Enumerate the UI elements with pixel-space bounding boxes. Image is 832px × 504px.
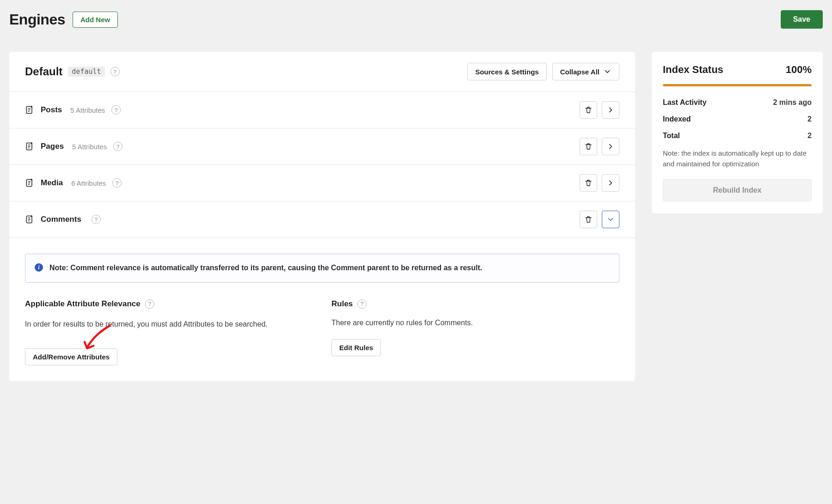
- document-icon: [25, 105, 34, 115]
- chevron-right-icon: [606, 106, 615, 114]
- document-icon: [25, 214, 34, 225]
- index-status-sidebar: Index Status 100% Last Activity 2 mins a…: [652, 52, 823, 213]
- delete-button[interactable]: [580, 101, 597, 119]
- edit-rules-button[interactable]: Edit Rules: [331, 339, 381, 356]
- collapse-all-button[interactable]: Collapse All: [552, 63, 619, 80]
- document-icon: [25, 178, 34, 188]
- last-activity-value: 2 mins ago: [773, 98, 812, 107]
- page-header: Engines Add New Save: [9, 10, 823, 29]
- document-icon: [25, 141, 34, 152]
- indexed-value: 2: [808, 115, 812, 123]
- source-row-comments: Comments ?: [9, 201, 635, 238]
- attributes-heading: Applicable Attribute Relevance: [25, 299, 141, 309]
- source-name: Pages: [41, 142, 64, 151]
- sources-settings-button[interactable]: Sources & Settings: [467, 63, 547, 80]
- last-activity-label: Last Activity: [663, 98, 707, 107]
- sidebar-note: Note: the index is automatically kept up…: [663, 148, 812, 169]
- chevron-down-icon: [606, 215, 615, 224]
- source-name: Comments: [41, 215, 81, 224]
- help-icon[interactable]: ?: [112, 178, 122, 188]
- trash-icon: [584, 179, 593, 187]
- rules-column: Rules ? There are currently no rules for…: [331, 299, 619, 365]
- expand-button[interactable]: [602, 101, 619, 119]
- add-remove-attributes-button[interactable]: Add/Remove Attributes: [25, 348, 117, 365]
- source-row-media: Media 6 Attributes ?: [9, 165, 635, 201]
- delete-button[interactable]: [580, 174, 597, 192]
- add-new-button[interactable]: Add New: [73, 12, 118, 28]
- collapse-button[interactable]: [602, 211, 619, 228]
- delete-button[interactable]: [580, 138, 597, 155]
- save-button[interactable]: Save: [781, 10, 823, 29]
- source-row-posts: Posts 5 Attributes ?: [9, 92, 635, 128]
- progress-bar: [663, 84, 812, 86]
- trash-icon: [584, 106, 593, 114]
- engine-name: Default: [25, 65, 62, 78]
- source-name: Posts: [41, 105, 62, 115]
- collapse-all-label: Collapse All: [560, 68, 600, 76]
- trash-icon: [584, 142, 593, 151]
- page-title: Engines: [9, 11, 65, 28]
- sidebar-title: Index Status: [663, 64, 723, 76]
- engine-slug-badge: default: [68, 67, 104, 77]
- help-icon[interactable]: ?: [113, 142, 122, 151]
- expand-button[interactable]: [602, 174, 619, 192]
- help-icon[interactable]: ?: [111, 105, 121, 115]
- info-icon: i: [35, 263, 43, 272]
- chevron-down-icon: [603, 67, 612, 76]
- comments-panel: i Note: Comment relevance is automatical…: [9, 238, 635, 381]
- rules-heading: Rules: [331, 299, 353, 309]
- help-icon[interactable]: ?: [145, 299, 154, 309]
- rebuild-index-button[interactable]: Rebuild Index: [663, 179, 812, 201]
- attributes-body: In order for results to be returned, you…: [25, 319, 313, 330]
- delete-button[interactable]: [580, 211, 597, 228]
- engine-card: Default default ? Sources & Settings Col…: [9, 52, 635, 381]
- help-icon[interactable]: ?: [357, 299, 367, 309]
- total-value: 2: [808, 132, 812, 140]
- chevron-right-icon: [606, 142, 615, 151]
- chevron-right-icon: [606, 179, 615, 187]
- progress-fill: [663, 84, 812, 86]
- indexed-label: Indexed: [663, 115, 691, 123]
- source-row-pages: Pages 5 Attributes ?: [9, 128, 635, 165]
- help-icon[interactable]: ?: [92, 215, 101, 224]
- rules-body: There are currently no rules for Comment…: [331, 319, 619, 327]
- expand-button[interactable]: [602, 138, 619, 155]
- source-meta: 5 Attributes: [70, 106, 105, 114]
- attributes-column: Applicable Attribute Relevance ? In orde…: [25, 299, 313, 365]
- source-meta: 6 Attributes: [71, 179, 106, 187]
- trash-icon: [584, 215, 593, 224]
- index-percent: 100%: [786, 64, 812, 76]
- info-note: i Note: Comment relevance is automatical…: [25, 254, 619, 283]
- help-icon[interactable]: ?: [110, 67, 120, 76]
- info-note-text: Note: Comment relevance is automatically…: [49, 262, 482, 274]
- total-label: Total: [663, 132, 680, 140]
- source-meta: 5 Attributes: [72, 143, 107, 151]
- source-name: Media: [41, 178, 63, 188]
